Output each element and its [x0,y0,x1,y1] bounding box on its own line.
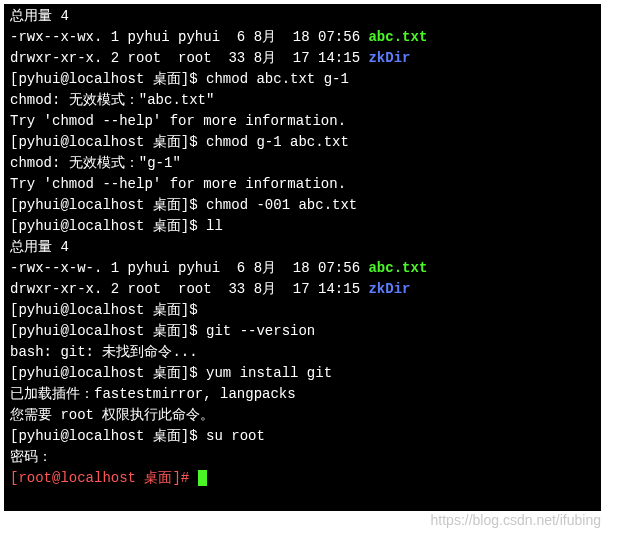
terminal-text: chmod: 无效模式："abc.txt" [10,92,214,108]
terminal-line: chmod: 无效模式："g-1" [10,153,595,174]
terminal-line: bash: git: 未找到命令... [10,342,595,363]
terminal-text: [pyhui@localhost 桌面]$ chmod abc.txt g-1 [10,71,349,87]
terminal-text: drwxr-xr-x. 2 root root 33 8月 17 14:15 [10,50,368,66]
terminal-text: [pyhui@localhost 桌面]$ ll [10,218,223,234]
terminal-text: Try 'chmod --help' for more information. [10,113,346,129]
watermark-text: https://blog.csdn.net/ifubing [431,512,601,528]
terminal-line: [root@localhost 桌面]# [10,468,595,489]
terminal-line: [pyhui@localhost 桌面]$ chmod -001 abc.txt [10,195,595,216]
terminal-line: [pyhui@localhost 桌面]$ chmod g-1 abc.txt [10,132,595,153]
cursor-block [198,470,207,486]
terminal-text: 您需要 root 权限执行此命令。 [10,407,214,423]
terminal-text: 总用量 4 [10,8,69,24]
terminal-text: abc.txt [368,29,427,45]
terminal-line: 总用量 4 [10,6,595,27]
terminal-line: [pyhui@localhost 桌面]$ [10,300,595,321]
terminal-line: Try 'chmod --help' for more information. [10,174,595,195]
terminal-line: 您需要 root 权限执行此命令。 [10,405,595,426]
terminal-line: 密码： [10,447,595,468]
terminal-line: [pyhui@localhost 桌面]$ yum install git [10,363,595,384]
terminal-text: 密码： [10,449,52,465]
terminal-line: Try 'chmod --help' for more information. [10,111,595,132]
terminal-text: Try 'chmod --help' for more information. [10,176,346,192]
terminal-line: drwxr-xr-x. 2 root root 33 8月 17 14:15 z… [10,48,595,69]
terminal-line: 总用量 4 [10,237,595,258]
terminal-text: [pyhui@localhost 桌面]$ [10,302,206,318]
terminal-text: [root@localhost 桌面]# [10,470,198,486]
terminal-text: chmod: 无效模式："g-1" [10,155,181,171]
terminal-text: -rwx--x-wx. 1 pyhui pyhui 6 8月 18 07:56 [10,29,368,45]
terminal-text: drwxr-xr-x. 2 root root 33 8月 17 14:15 [10,281,368,297]
terminal-text: [pyhui@localhost 桌面]$ yum install git [10,365,332,381]
terminal-line: drwxr-xr-x. 2 root root 33 8月 17 14:15 z… [10,279,595,300]
terminal-line: -rwx--x-w-. 1 pyhui pyhui 6 8月 18 07:56 … [10,258,595,279]
terminal-line: chmod: 无效模式："abc.txt" [10,90,595,111]
terminal-text: [pyhui@localhost 桌面]$ chmod g-1 abc.txt [10,134,349,150]
terminal-text: 总用量 4 [10,239,69,255]
terminal-text: [pyhui@localhost 桌面]$ chmod -001 abc.txt [10,197,357,213]
terminal-text: zkDir [368,50,410,66]
terminal-text: zkDir [368,281,410,297]
terminal-line: [pyhui@localhost 桌面]$ git --version [10,321,595,342]
terminal-text: abc.txt [368,260,427,276]
terminal-text: -rwx--x-w-. 1 pyhui pyhui 6 8月 18 07:56 [10,260,368,276]
terminal-line: [pyhui@localhost 桌面]$ chmod abc.txt g-1 [10,69,595,90]
terminal-line: [pyhui@localhost 桌面]$ ll [10,216,595,237]
terminal-line: [pyhui@localhost 桌面]$ su root [10,426,595,447]
terminal-window[interactable]: 总用量 4-rwx--x-wx. 1 pyhui pyhui 6 8月 18 0… [4,4,601,511]
terminal-text: [pyhui@localhost 桌面]$ su root [10,428,265,444]
terminal-line: -rwx--x-wx. 1 pyhui pyhui 6 8月 18 07:56 … [10,27,595,48]
terminal-text: bash: git: 未找到命令... [10,344,198,360]
terminal-line: 已加载插件：fastestmirror, langpacks [10,384,595,405]
terminal-text: 已加载插件：fastestmirror, langpacks [10,386,296,402]
terminal-text: [pyhui@localhost 桌面]$ git --version [10,323,315,339]
